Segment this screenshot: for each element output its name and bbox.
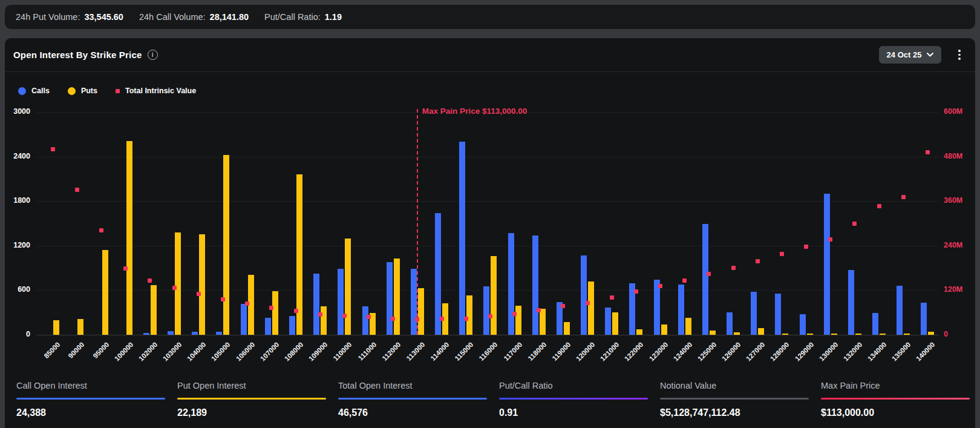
open-interest-card: Open Interest By Strike Price i 24 Oct 2… <box>5 38 975 428</box>
puts-bar-112000 <box>394 258 400 335</box>
intrinsic-value-point-106000 <box>245 301 249 306</box>
footer-stats: Call Open Interest24,388Put Open Interes… <box>5 377 975 428</box>
footer-stat-value: 22,189 <box>177 407 326 418</box>
intrinsic-value-point-104000 <box>197 292 201 296</box>
puts-bar-127000 <box>758 328 764 335</box>
intrinsic-value-point-116000 <box>488 314 492 318</box>
puts-bar-104000 <box>199 234 205 335</box>
intrinsic-value-point-95000 <box>99 228 103 232</box>
puts-bar-113000 <box>418 288 424 335</box>
intrinsic-value-point-126000 <box>731 266 736 270</box>
top-stat-2: 24h Call Volume:28,141.80 <box>139 12 249 22</box>
intrinsic-value-point-105000 <box>221 297 225 301</box>
gridline <box>36 201 939 202</box>
top-stat-label: 24h Call Volume: <box>139 12 206 22</box>
gridline <box>36 335 939 335</box>
top-stat-value: 33,545.60 <box>84 12 123 22</box>
puts-bar-102000 <box>151 285 157 335</box>
intrinsic-value-point-112000 <box>391 317 395 321</box>
footer-stat-underline <box>821 398 970 400</box>
footer-stat-underline <box>338 398 487 400</box>
puts-bar-100000 <box>126 141 132 335</box>
calls-bar-115000 <box>459 142 465 335</box>
calls-bar-125000 <box>702 224 708 335</box>
footer-stat-label: Put/Call Ratio <box>499 381 648 390</box>
y-axis-left-tick: 3000 <box>5 107 30 116</box>
top-stat-label: 24h Put Volume: <box>16 12 80 22</box>
intrinsic-value-point-135000 <box>901 195 906 199</box>
calls-bar-113000 <box>411 269 417 335</box>
puts-bar-124000 <box>685 318 691 335</box>
y-axis-right-tick: 480M <box>944 152 975 160</box>
footer-stat-notional-value: Notional Value$5,128,747,112.48 <box>660 381 809 418</box>
y-axis-right-tick: 0 <box>944 330 975 338</box>
footer-stat-underline <box>16 398 165 400</box>
puts-bar-107000 <box>272 291 278 335</box>
calls-bar-132000 <box>848 270 854 335</box>
y-axis-right-tick: 600M <box>944 107 975 116</box>
intrinsic-value-point-108000 <box>294 309 298 313</box>
intrinsic-value-point-102000 <box>148 278 152 283</box>
puts-bar-95000 <box>102 250 108 335</box>
footer-stat-value: 46,576 <box>338 407 487 418</box>
calls-bar-108000 <box>289 316 295 335</box>
intrinsic-value-point-114000 <box>440 317 444 321</box>
puts-bar-130000 <box>831 334 837 335</box>
footer-stat-value: $113,000.00 <box>821 407 970 418</box>
calls-bar-104000 <box>192 332 198 335</box>
puts-bar-117000 <box>515 306 521 335</box>
footer-stat-label: Notional Value <box>660 381 809 390</box>
intrinsic-value-point-132000 <box>852 222 857 226</box>
footer-stat-underline <box>177 398 326 400</box>
top-stat-3: Put/Call Ratio:1.19 <box>264 12 342 22</box>
intrinsic-value-point-100000 <box>123 266 128 271</box>
puts-bar-103000 <box>175 232 181 335</box>
top-stat-value: 28,141.80 <box>210 12 249 22</box>
calls-bar-134000 <box>872 313 878 335</box>
chart-plot: 3000600M2400480M1800360M1200240M600120M0… <box>5 38 975 428</box>
puts-bar-134000 <box>880 334 886 335</box>
intrinsic-value-point-130000 <box>828 237 832 242</box>
top-stat-value: 1.19 <box>325 12 342 22</box>
calls-bar-106000 <box>241 304 247 335</box>
calls-bar-126000 <box>727 312 733 335</box>
max-pain-line <box>417 109 418 335</box>
puts-bar-118000 <box>540 309 546 335</box>
puts-bar-116000 <box>491 256 497 335</box>
puts-bar-105000 <box>223 155 229 335</box>
intrinsic-value-point-117000 <box>512 312 517 316</box>
footer-stat-max-pain-price: Max Pain Price$113,000.00 <box>821 381 970 418</box>
calls-bar-109000 <box>313 274 319 335</box>
intrinsic-value-point-90000 <box>75 188 79 192</box>
y-axis-left-tick: 1800 <box>5 196 30 205</box>
calls-bar-103000 <box>168 331 174 335</box>
intrinsic-value-point-124000 <box>682 278 687 283</box>
intrinsic-value-point-103000 <box>172 286 177 290</box>
intrinsic-value-point-107000 <box>269 306 273 310</box>
puts-bar-123000 <box>661 324 667 335</box>
calls-bar-107000 <box>265 318 271 335</box>
puts-bar-110000 <box>345 239 351 335</box>
puts-bar-85000 <box>53 320 59 335</box>
calls-bar-105000 <box>216 332 222 335</box>
top-stat-1: 24h Put Volume:33,545.60 <box>16 12 123 22</box>
y-axis-right-tick: 360M <box>944 196 975 205</box>
calls-bar-110000 <box>338 269 344 335</box>
calls-bar-120000 <box>581 255 587 335</box>
intrinsic-value-point-122000 <box>634 289 638 294</box>
calls-bar-140000 <box>921 303 927 335</box>
intrinsic-value-point-115000 <box>464 317 468 321</box>
footer-stat-label: Total Open Interest <box>338 381 487 390</box>
footer-stat-underline <box>660 398 809 400</box>
calls-bar-124000 <box>678 285 684 335</box>
puts-bar-135000 <box>904 334 910 335</box>
puts-bar-115000 <box>466 295 472 335</box>
gridline <box>36 157 939 157</box>
calls-bar-111000 <box>362 306 368 335</box>
intrinsic-value-point-119000 <box>561 304 565 308</box>
intrinsic-value-point-121000 <box>610 295 614 300</box>
calls-bar-127000 <box>751 292 757 335</box>
y-axis-right-tick: 240M <box>944 241 975 249</box>
intrinsic-value-point-110000 <box>342 314 347 318</box>
puts-bar-128000 <box>782 334 788 335</box>
